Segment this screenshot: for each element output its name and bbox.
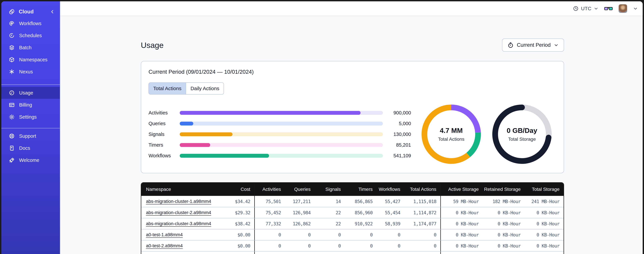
- value-cell: $0.00: [222, 229, 255, 240]
- sidebar-item-label: Schedules: [19, 33, 42, 38]
- column-header: Timers: [345, 183, 377, 196]
- table-row: abs-migration-cluster-1.a98mm4$34.4275,5…: [141, 196, 564, 207]
- account-menu-button[interactable]: [633, 6, 638, 11]
- actions-tab-group: Total Actions Daily Actions: [148, 82, 224, 94]
- value-cell: 0: [285, 252, 314, 254]
- value-cell: 1: [377, 252, 404, 254]
- namespace-link[interactable]: a0-test-1.a98mm4: [146, 232, 183, 238]
- value-cell: 0 KB-Hour: [441, 218, 483, 229]
- total-actions-donut: 4.7 MM Total Actions: [420, 104, 482, 165]
- value-cell: 0: [314, 240, 345, 251]
- value-cell: 77,332: [255, 218, 285, 229]
- value-cell: 0: [255, 229, 285, 240]
- value-cell: 75,452: [255, 207, 285, 218]
- bar-value: 5,000: [383, 121, 411, 126]
- value-cell: $0.00: [222, 252, 255, 254]
- column-header: Namespace: [141, 183, 222, 196]
- sidebar-item-nexus[interactable]: Nexus: [1, 66, 60, 78]
- sidebar-item-usage[interactable]: Usage: [1, 87, 60, 99]
- sidebar-item-billing[interactable]: Billing: [1, 99, 60, 111]
- sidebar-item-label: Namespaces: [19, 57, 48, 62]
- namespace-cell: a0-test-2.a98mm4: [141, 240, 222, 251]
- sidebar-item-settings[interactable]: Settings: [1, 111, 60, 123]
- column-header: Activities: [255, 183, 285, 196]
- value-cell: 0 KB-Hour: [441, 207, 483, 218]
- namespace-link[interactable]: a0-test-2.a98mm4: [146, 243, 183, 248]
- bar-value: 85,201: [383, 142, 411, 148]
- clock-icon: [573, 6, 579, 12]
- sidebar-item-welcome[interactable]: Welcome: [1, 154, 60, 166]
- namespace-cell: abs-migration-cluster-3.a98mm4: [141, 218, 222, 229]
- column-header: Retained Storage: [483, 183, 525, 196]
- chevron-down-icon: [633, 6, 638, 11]
- main-area: UTC Usage: [60, 1, 643, 254]
- namespace-link[interactable]: abs-migration-cluster-1.a98mm4: [146, 199, 211, 204]
- sidebar-collapse-button[interactable]: [50, 9, 55, 14]
- sidebar-item-namespaces[interactable]: Namespaces: [1, 54, 60, 66]
- brand-label: Cloud: [19, 9, 34, 15]
- feedback-glasses-button[interactable]: [604, 6, 613, 12]
- bar-label: Timers: [148, 142, 180, 148]
- docs-book-icon: [9, 145, 15, 151]
- bar-fill: [180, 132, 232, 136]
- current-period-card: Current Period (09/01/2024 — 10/01/2024)…: [141, 61, 564, 173]
- value-cell: 0: [377, 229, 404, 240]
- sidebar-item-label: Docs: [19, 146, 30, 151]
- bar-value: 130,000: [383, 132, 411, 137]
- table-row: abs-migration-cluster-3.a98mm4$38.4277,3…: [141, 218, 564, 229]
- bar-track: [180, 122, 383, 126]
- usage-bar-row: Activities900,000: [148, 108, 411, 118]
- sidebar-item-docs[interactable]: Docs: [1, 142, 60, 154]
- column-header: Total Actions: [404, 183, 441, 196]
- table-row: bk-worker-test.a98mm4$0.000000110 KB-Hou…: [141, 251, 564, 254]
- value-cell: 0: [314, 229, 345, 240]
- value-cell: 0 KB-Hour: [525, 252, 564, 254]
- period-selector-label: Current Period: [517, 42, 551, 48]
- usage-gauge-icon: [9, 90, 15, 96]
- sidebar-item-workflows[interactable]: Workflows: [1, 18, 60, 30]
- bar-label: Queries: [148, 121, 180, 126]
- namespace-link[interactable]: abs-migration-cluster-2.a98mm4: [146, 210, 211, 215]
- chevron-down-icon: [554, 42, 559, 48]
- welcome-rocket-icon: [9, 157, 15, 163]
- namespace-cell: bk-worker-test.a98mm4: [141, 252, 222, 254]
- value-cell: 0: [314, 252, 345, 254]
- bar-track: [180, 143, 383, 147]
- value-cell: 0 KB-Hour: [483, 252, 525, 254]
- total-storage-value: 0 GB/Day: [507, 127, 537, 134]
- value-cell: 1,114,872: [404, 207, 441, 218]
- sidebar-item-label: Billing: [19, 102, 32, 108]
- sidebar-item-support[interactable]: Support: [1, 130, 60, 142]
- value-cell: 1,115,018: [404, 196, 441, 207]
- column-header: Workflows: [377, 183, 404, 196]
- tab-total-actions[interactable]: Total Actions: [149, 83, 186, 94]
- value-cell: $0.00: [222, 240, 255, 251]
- sidebar-item-label: Workflows: [19, 21, 42, 26]
- value-cell: 14: [314, 196, 345, 207]
- timezone-selector[interactable]: UTC: [573, 6, 598, 12]
- table-row: a0-test-2.a98mm4$0.000000000 KB-Hour0 KB…: [141, 240, 564, 251]
- namespace-link[interactable]: abs-migration-cluster-3.a98mm4: [146, 221, 211, 226]
- value-cell: 126,862: [285, 218, 314, 229]
- batch-layers-icon: [9, 44, 15, 50]
- temporal-logo-icon: [9, 9, 15, 15]
- sidebar-item-batch[interactable]: Batch: [1, 42, 60, 54]
- value-cell: 75,501: [255, 196, 285, 207]
- glasses-icon: [604, 6, 613, 12]
- sidebar-item-schedules[interactable]: Schedules: [1, 30, 60, 42]
- actions-bar-chart: Activities900,000Queries5,000Signals130,…: [148, 108, 411, 161]
- total-storage-donut: 0 GB/Day Total Storage: [491, 104, 553, 165]
- value-cell: 0: [285, 229, 314, 240]
- value-cell: 856,865: [345, 196, 377, 207]
- tab-daily-actions[interactable]: Daily Actions: [186, 83, 224, 94]
- chevron-left-icon: [50, 9, 55, 14]
- period-selector-button[interactable]: Current Period: [502, 38, 564, 52]
- column-header: Cost: [222, 183, 255, 196]
- total-storage-caption: Total Storage: [508, 136, 536, 142]
- namespaces-cube-icon: [9, 57, 15, 63]
- value-cell: 0 KB-Hour: [483, 240, 525, 251]
- user-avatar[interactable]: [618, 4, 627, 13]
- table-row: a0-test-1.a98mm4$0.000000000 KB-Hour0 KB…: [141, 229, 564, 240]
- nexus-asterisk-icon: [9, 69, 15, 75]
- bar-track: [180, 111, 383, 115]
